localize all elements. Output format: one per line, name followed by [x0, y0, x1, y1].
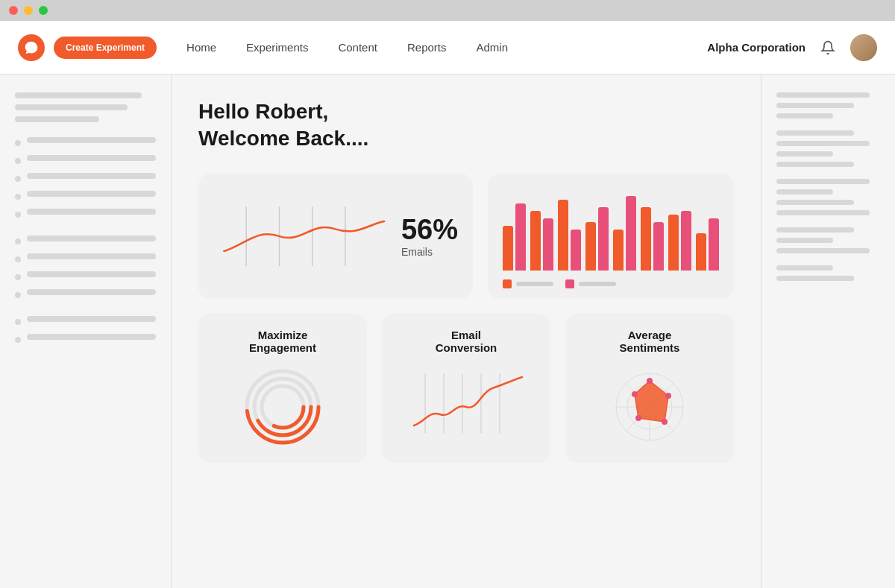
average-sentiments-title: AverageSentiments	[580, 329, 719, 354]
legend-line	[579, 282, 616, 286]
sidebar-dot	[15, 292, 21, 298]
sidebar-line	[15, 116, 99, 122]
maximize-engagement-card: MaximizeEngagement	[198, 314, 367, 463]
bar-orange	[641, 207, 651, 271]
email-percent: 56%	[401, 214, 458, 246]
radar-chart-area	[580, 366, 719, 448]
bar-group	[641, 207, 664, 271]
top-cards-row: 56% Emails	[198, 174, 734, 299]
sidebar-line	[27, 334, 156, 340]
bar-orange	[503, 226, 513, 271]
svg-point-24	[665, 393, 671, 399]
nav-reports[interactable]: Reports	[407, 41, 447, 54]
sidebar-line	[27, 173, 156, 179]
bar-chart-card	[488, 174, 734, 299]
bar-pink	[571, 230, 581, 271]
rs-line	[776, 151, 833, 157]
bar-group	[585, 207, 609, 271]
svg-point-27	[632, 391, 638, 397]
nav-experiments[interactable]: Experiments	[246, 41, 308, 54]
bar-pink	[709, 218, 719, 271]
create-experiment-button[interactable]: Create Experiment	[54, 37, 157, 59]
maximize-engagement-title: MaximizeEngagement	[213, 329, 352, 354]
rs-line	[776, 141, 870, 146]
rs-line	[776, 265, 833, 271]
sidebar-line	[27, 289, 156, 295]
bar-orange	[585, 222, 596, 271]
nav-admin[interactable]: Admin	[477, 41, 509, 54]
rs-line	[776, 276, 854, 281]
app-logo	[18, 34, 45, 61]
bar-pink	[681, 211, 691, 271]
sidebar-dot	[15, 238, 21, 244]
page-area: Hello Robert, Welcome Back....	[172, 75, 761, 588]
minimize-button[interactable]	[24, 6, 33, 15]
left-sidebar	[0, 75, 172, 588]
bar-orange	[668, 215, 679, 271]
nav-home[interactable]: Home	[186, 41, 216, 54]
greeting: Hello Robert, Welcome Back....	[198, 98, 734, 153]
bar-orange	[613, 230, 624, 271]
nav-content[interactable]: Content	[338, 41, 377, 54]
main-nav: Home Experiments Content Reports Admin	[186, 41, 707, 54]
sidebar-line	[27, 209, 156, 215]
sidebar-line	[27, 271, 156, 277]
bar-chart-area	[503, 189, 719, 271]
sidebar-dot	[15, 176, 21, 182]
email-label: Emails	[401, 246, 458, 258]
bar-orange	[696, 233, 706, 271]
sidebar-dot	[15, 274, 21, 280]
sidebar-dot	[15, 256, 21, 262]
svg-point-23	[647, 378, 653, 384]
sidebar-line	[27, 253, 156, 259]
rs-line	[776, 210, 870, 215]
sidebar-line	[15, 92, 142, 98]
sidebar-line	[27, 155, 156, 161]
bar-group	[668, 211, 691, 271]
legend-line	[516, 282, 553, 286]
legend-dot-pink	[565, 279, 574, 288]
maximize-button[interactable]	[39, 6, 48, 15]
bar-pink	[543, 218, 553, 271]
email-conversion-card: EmailConversion	[382, 314, 550, 463]
email-mini-chart	[213, 199, 389, 274]
rs-line	[776, 227, 854, 233]
sidebar-dot	[15, 319, 21, 325]
bar-group	[503, 203, 526, 271]
rs-line	[776, 238, 833, 243]
bar-group	[530, 211, 553, 271]
email-stat-text: 56% Emails	[401, 214, 458, 258]
email-stats-card: 56% Emails	[198, 174, 473, 299]
rs-line	[776, 189, 833, 195]
rs-line	[776, 162, 854, 167]
user-avatar[interactable]	[850, 34, 877, 61]
donut-chart-area	[213, 366, 352, 448]
sidebar-dot	[15, 140, 21, 146]
main-content: Hello Robert, Welcome Back....	[0, 75, 895, 588]
line-chart-sm-area	[397, 366, 536, 448]
bar-pink	[598, 207, 609, 271]
sidebar-line	[27, 235, 156, 241]
bar-pink	[515, 203, 526, 271]
close-button[interactable]	[9, 6, 18, 15]
notification-bell-icon[interactable]	[817, 37, 838, 58]
bar-orange	[558, 200, 568, 271]
svg-point-26	[635, 415, 641, 421]
header: Create Experiment Home Experiments Conte…	[0, 21, 895, 75]
header-right: Alpha Corporation	[707, 34, 877, 61]
rs-line	[776, 113, 833, 118]
greeting-text: Hello Robert, Welcome Back....	[198, 98, 734, 153]
legend-dot-orange	[503, 279, 512, 288]
legend-item-pink	[565, 279, 616, 288]
rs-line	[776, 103, 854, 108]
bar-orange	[530, 211, 541, 271]
email-conversion-title: EmailConversion	[397, 329, 536, 354]
bottom-cards-row: MaximizeEngagement	[198, 314, 734, 463]
svg-point-25	[662, 419, 668, 425]
rs-line	[776, 200, 854, 205]
bar-group	[558, 200, 581, 271]
right-sidebar	[761, 75, 895, 588]
sidebar-line	[15, 104, 128, 110]
bar-pink	[653, 222, 664, 271]
bar-group	[613, 196, 636, 271]
